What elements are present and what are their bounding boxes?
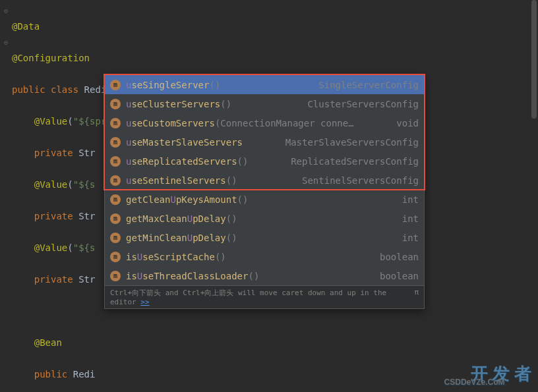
return-type: boolean: [380, 271, 419, 281]
method-icon: m: [110, 137, 121, 148]
autocomplete-item[interactable]: museMasterSlaveServersMasterSlaveServers…: [105, 132, 424, 152]
method-icon: m: [110, 80, 121, 90]
method-icon: m: [110, 233, 121, 243]
method-name: useMasterSlaveServers: [126, 137, 285, 148]
method-name: getCleanUpKeysAmount(): [126, 194, 402, 205]
return-type: boolean: [380, 252, 419, 262]
method-icon: m: [110, 252, 121, 262]
hint-link[interactable]: >>: [140, 298, 149, 306]
watermark: 开 发 者 CSDDeVZe.CoM: [471, 362, 531, 385]
autocomplete-item[interactable]: museReplicatedServers()ReplicatedServers…: [105, 152, 424, 171]
method-icon: m: [110, 213, 121, 224]
method-icon: m: [110, 118, 121, 128]
return-type: void: [396, 118, 419, 128]
autocomplete-item[interactable]: museCustomServers(ConnectionManager conn…: [105, 113, 424, 132]
autocomplete-item[interactable]: mgetMaxCleanUpDelay()int: [105, 209, 424, 228]
method-name: useClusterServers(): [126, 99, 307, 109]
method-icon: m: [110, 194, 121, 205]
return-type: SentinelServersConfig: [302, 175, 419, 186]
vertical-scrollbar[interactable]: [530, 0, 538, 392]
method-icon: m: [110, 175, 121, 186]
method-name: useSingleServer(): [126, 80, 318, 90]
method-icon: m: [110, 271, 121, 281]
method-name: isUseScriptCache(): [126, 252, 380, 262]
autocomplete-hint: Ctrl+向下箭头 and Ctrl+向上箭头 will move caret …: [105, 285, 424, 308]
method-name: useSentinelServers(): [126, 175, 302, 186]
return-type: int: [402, 213, 419, 224]
return-type: int: [402, 194, 419, 205]
fold-icon[interactable]: ⊖: [0, 3, 12, 18]
return-type: ReplicatedServersConfig: [291, 156, 419, 167]
return-type: MasterSlaveServersConfig: [285, 137, 419, 148]
method-name: useReplicatedServers(): [126, 156, 291, 167]
method-icon: m: [110, 99, 121, 109]
method-icon: m: [110, 156, 121, 167]
method-name: getMaxCleanUpDelay(): [126, 213, 402, 224]
autocomplete-item[interactable]: misUseScriptCache()boolean: [105, 247, 424, 266]
autocomplete-item[interactable]: museClusterServers()ClusterServersConfig: [105, 94, 424, 113]
autocomplete-item[interactable]: misUseThreadClassLoader()boolean: [105, 266, 424, 285]
method-name: getMinCleanUpDelay(): [126, 233, 402, 243]
autocomplete-item[interactable]: museSentinelServers()SentinelServersConf…: [105, 171, 424, 190]
return-type: ClusterServersConfig: [307, 99, 419, 109]
autocomplete-popup[interactable]: museSingleServer()SingleServerConfigmuse…: [104, 74, 425, 309]
method-name: isUseThreadClassLoader(): [126, 271, 380, 281]
editor-gutter: ⊖ ⊖: [0, 0, 12, 392]
scrollbar-thumb[interactable]: [531, 0, 537, 119]
return-type: SingleServerConfig: [318, 80, 419, 90]
method-name: useCustomServers(ConnectionManager conne…: [126, 118, 396, 128]
autocomplete-item[interactable]: museSingleServer()SingleServerConfig: [105, 75, 424, 94]
return-type: int: [402, 233, 419, 243]
autocomplete-item[interactable]: mgetCleanUpKeysAmount()int: [105, 190, 424, 209]
autocomplete-item[interactable]: mgetMinCleanUpDelay()int: [105, 228, 424, 247]
fold-icon[interactable]: ⊖: [0, 34, 12, 50]
